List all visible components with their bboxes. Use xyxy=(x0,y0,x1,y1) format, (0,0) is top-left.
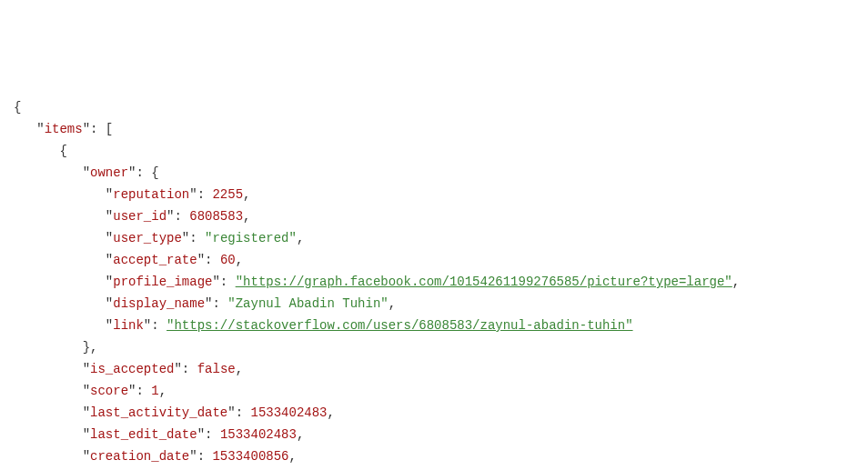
quote: " xyxy=(106,275,113,289)
colon: : xyxy=(90,122,106,136)
quote: " xyxy=(182,231,189,245)
comma: , xyxy=(236,362,243,376)
quote: " xyxy=(106,296,113,311)
quote: " xyxy=(83,427,90,442)
json-viewer: { "items": [ { "owner": { "reputation": … xyxy=(14,96,854,470)
quote: " xyxy=(227,405,235,420)
value-last-activity-date: 1533402483 xyxy=(250,405,327,420)
value-user-type: "registered" xyxy=(205,231,297,245)
comma: , xyxy=(389,296,396,311)
quote: " xyxy=(83,122,90,136)
comma: , xyxy=(328,405,335,420)
comma: , xyxy=(288,449,296,464)
value-reputation: 2255 xyxy=(212,187,243,202)
key-owner: owner xyxy=(90,165,128,180)
key-profile-image: profile_image xyxy=(113,275,212,289)
key-last-activity-date: last_activity_date xyxy=(90,405,227,420)
quote: " xyxy=(197,253,205,267)
colon: : xyxy=(236,405,251,420)
comma: , xyxy=(243,209,250,224)
key-reputation: reputation xyxy=(113,187,189,202)
key-link: link xyxy=(113,318,144,333)
quote: " xyxy=(189,449,197,464)
colon: : xyxy=(189,231,205,245)
quote: " xyxy=(197,427,205,442)
comma: , xyxy=(297,231,304,245)
colon: : xyxy=(220,275,236,289)
quote: " xyxy=(106,209,113,224)
colon: : xyxy=(212,296,227,311)
value-last-edit-date: 1533402483 xyxy=(220,427,297,442)
value-creation-date: 1533400856 xyxy=(212,449,288,464)
value-accept-rate: 60 xyxy=(220,253,236,267)
comma: , xyxy=(236,253,243,267)
value-profile-image-link[interactable]: "https://graph.facebook.com/101542611992… xyxy=(236,275,732,289)
colon: : xyxy=(205,253,220,267)
quote: " xyxy=(83,165,90,180)
key-items: items xyxy=(45,122,83,136)
quote: " xyxy=(106,253,113,267)
value-user-id: 6808583 xyxy=(189,209,243,224)
key-score: score xyxy=(90,384,128,398)
colon: : xyxy=(151,318,167,333)
comma: , xyxy=(159,384,167,398)
value-display-name: "Zaynul Abadin Tuhin" xyxy=(227,296,388,311)
key-user-id: user_id xyxy=(113,209,167,224)
value-link[interactable]: "https://stackoverflow.com/users/6808583… xyxy=(167,318,632,333)
quote: " xyxy=(83,449,90,464)
key-accept-rate: accept_rate xyxy=(113,253,197,267)
colon: : xyxy=(197,187,213,202)
key-is-accepted: is_accepted xyxy=(90,362,174,376)
colon: : xyxy=(174,209,189,224)
brace-open: { xyxy=(151,165,158,180)
bracket-open: [ xyxy=(106,122,113,136)
quote: " xyxy=(106,231,113,245)
quote: " xyxy=(144,318,151,333)
quote: " xyxy=(189,187,197,202)
colon: : xyxy=(205,427,220,442)
brace-close: }, xyxy=(83,340,98,355)
quote: " xyxy=(83,384,90,398)
key-last-edit-date: last_edit_date xyxy=(90,427,197,442)
key-display-name: display_name xyxy=(113,296,205,311)
comma: , xyxy=(243,187,250,202)
colon: : xyxy=(197,449,213,464)
quote: " xyxy=(36,122,44,136)
quote: " xyxy=(106,318,113,333)
key-user-type: user_type xyxy=(113,231,182,245)
quote: " xyxy=(174,362,181,376)
value-score: 1 xyxy=(151,384,158,398)
comma: , xyxy=(732,275,740,289)
brace-open: { xyxy=(14,100,21,115)
quote: " xyxy=(212,275,219,289)
quote: " xyxy=(83,362,90,376)
key-creation-date: creation_date xyxy=(90,449,189,464)
colon: : xyxy=(136,384,151,398)
comma: , xyxy=(297,427,304,442)
colon: : xyxy=(182,362,197,376)
value-is-accepted: false xyxy=(197,362,236,376)
quote: " xyxy=(106,187,113,202)
colon: : xyxy=(136,165,151,180)
quote: " xyxy=(83,405,90,420)
brace-open: { xyxy=(59,144,66,158)
